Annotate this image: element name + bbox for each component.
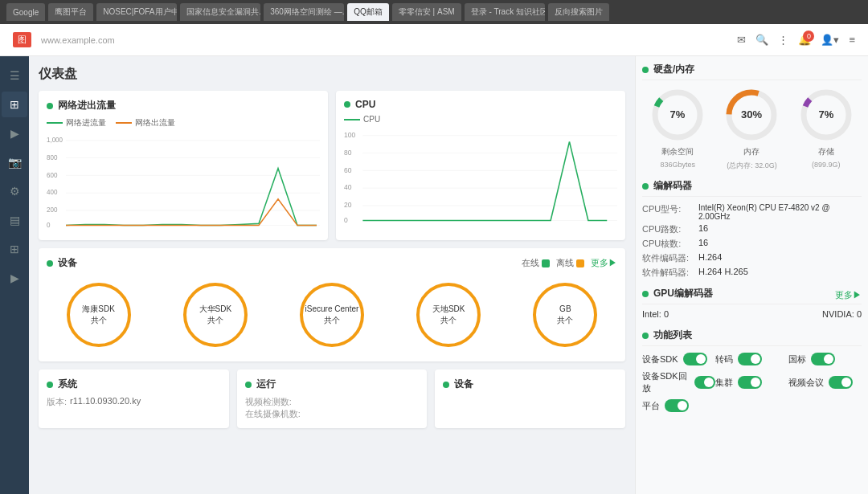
legend-cpu: CPU [344,115,380,124]
storage-section: 硬盘/内存 7% 剩余空间 836Gbytes [642,63,862,171]
feature-row-1: 设备SDK 转码 国标 [642,353,862,365]
gpu-nvidia-label: NVIDIA: 0 [822,309,862,319]
devices-more-link[interactable]: 更多▶ [591,257,617,269]
sidebar-item-media[interactable]: ▶ [2,265,27,291]
gpu-more-link[interactable]: 更多▶ [835,289,862,301]
device-sub-isecure: 共个 [324,315,340,326]
legend-out-line [116,122,132,124]
tab-track[interactable]: 登录 - Track 知识社区 [465,3,545,21]
cpu-model-val: Intel(R) Xeon(R) CPU E7-4820 v2 @ 2.00GH… [698,203,862,221]
dots-icon[interactable]: ⋮ [778,34,788,46]
sidebar-item-dashboard[interactable]: ⊞ [2,92,27,117]
tab-qq[interactable]: QQ邮箱 [347,3,389,21]
feature-video-conf: 视频会议 [788,376,862,389]
device-item-tiandi: 天地SDK 共个 [416,283,481,347]
memory-donut: 30% 内存 (总内存: 32.0G) [723,87,780,171]
header-left: 图 www.example.com [13,32,115,47]
feature-cluster: 集群 [715,376,788,389]
cpu-paths-row: CPU路数: 16 [642,223,862,235]
device-bottom-card: 设备 [435,369,625,428]
device-item-isecure: iSecure Center 共个 [300,283,364,347]
cpu-model-row: CPU型号: Intel(R) Xeon(R) CPU E7-4820 v2 @… [642,203,862,221]
notification-bell[interactable]: 🔔0 [798,34,811,46]
feature-sdk-replay-toggle[interactable] [694,376,715,389]
svg-text:20: 20 [344,201,352,209]
offline-dot [576,259,584,267]
features-section: 功能列表 设备SDK 转码 国标 设备SDK回放 [642,329,862,412]
svg-text:7%: 7% [670,108,686,120]
bottom-row: 系统 版本: r11.10.0930.20.ky 运行 视频检测数: 在线摄像机… [39,369,625,428]
version-val: r11.10.0930.20.ky [70,396,141,408]
network-chart-title: 网络进出流量 [47,99,320,112]
svg-text:200: 200 [47,206,58,214]
feature-cluster-toggle[interactable] [738,376,762,389]
feature-row-3: 平台 [642,399,862,412]
right-panel: 硬盘/内存 7% 剩余空间 836Gbytes [635,56,868,494]
legend-out: 网络出流量 [116,117,175,129]
feature-national-toggle[interactable] [811,353,835,365]
feature-national-label: 国标 [788,353,806,365]
cpu-cores-val: 16 [698,238,862,250]
network-chart-svg: 1,000 800 600 400 200 0 [47,133,320,230]
browser-tabs-bar: Google 鹰图平台 NOSEC|FOFA用户中心 国家信息安全漏洞共... … [0,0,868,24]
cpu-model-key: CPU型号: [642,203,698,221]
storage-sub: (899.9G) [812,161,841,169]
system-title-dot [47,382,53,388]
memory-donut-svg: 30% [723,87,780,143]
disk-donut: 7% 剩余空间 836Gbytes [649,87,706,171]
sidebar-item-camera[interactable]: 📷 [2,149,27,175]
sw-encoder-val: H.264 [698,252,862,264]
svg-text:0: 0 [47,220,51,228]
run-title-dot [245,382,252,388]
run-title: 运行 [245,378,420,391]
tab-yingtu[interactable]: 鹰图平台 [48,3,93,21]
sidebar-item-apps[interactable]: ⊞ [2,236,27,262]
device-sub-gb: 共个 [557,315,573,326]
svg-text:7%: 7% [818,108,833,120]
feature-transcode: 转码 [715,353,788,365]
search-icon[interactable]: 🔍 [755,34,768,46]
sidebar-item-list[interactable]: ▤ [2,207,27,233]
device-name-dahua: 大华SDK [199,304,232,315]
menu-icon[interactable]: ≡ [849,34,855,46]
tab-asm[interactable]: 零零信安 | ASM [392,3,461,21]
feature-transcode-toggle[interactable] [738,353,762,365]
svg-text:0: 0 [344,216,348,224]
version-label: 版本: [47,396,67,408]
user-avatar[interactable]: 👤▾ [821,34,839,46]
tab-nosec[interactable]: NOSEC|FOFA用户中心 [96,3,177,21]
feature-national: 国标 [788,353,862,365]
features-title: 功能列表 [642,329,862,346]
cpu-paths-val: 16 [698,223,862,235]
main-layout: ☰ ⊞ ▶ 📷 ⚙ ▤ ⊞ ▶ 仪表盘 网络进出流量 网络进流量 [0,56,868,494]
svg-text:80: 80 [344,149,352,157]
tab-reverse[interactable]: 反向搜索图片 [548,3,609,21]
run-card: 运行 视频检测数: 在线摄像机数: [237,369,428,428]
feature-platform-toggle[interactable] [665,399,689,412]
sidebar-item-settings[interactable]: ⚙ [2,178,27,204]
legend-in-line [47,122,63,124]
feature-video-conf-toggle[interactable] [829,376,853,389]
tab-guojia[interactable]: 国家信息安全漏洞共... [180,3,260,21]
run-row1: 视频检测数: [245,396,420,408]
header-right: ✉ 🔍 ⋮ 🔔0 👤▾ ≡ [737,34,855,46]
device-item-haikon: 海康SDK 共个 [67,283,131,347]
feature-sdk-toggle[interactable] [683,353,707,365]
cpu-paths-key: CPU路数: [642,223,698,235]
device-name-tiandi: 天地SDK [432,304,465,315]
feature-platform-label: 平台 [642,400,660,412]
disk-donut-svg: 7% [649,87,706,143]
tab-google[interactable]: Google [6,3,45,21]
devices-row: 海康SDK 共个 大华SDK 共个 iSecure Center 共个 [47,276,617,353]
sidebar-item-menu[interactable]: ☰ [2,63,27,88]
device-ring-tiandi: 天地SDK 共个 [416,283,481,347]
mail-icon[interactable]: ✉ [737,34,746,46]
gpu-section-header: GPU编解码器 更多▶ [642,287,862,304]
sidebar-item-play[interactable]: ▶ [2,120,27,146]
sw-encoder-row: 软件编码器: H.264 [642,252,862,264]
device-sub-haikon: 共个 [91,315,107,326]
device-name-gb: GB [559,304,571,315]
disk-label: 剩余空间 [661,146,694,157]
tab-360[interactable]: 360网络空间测绘 —... [264,3,344,21]
storage-label-text: 存储 [818,146,834,157]
